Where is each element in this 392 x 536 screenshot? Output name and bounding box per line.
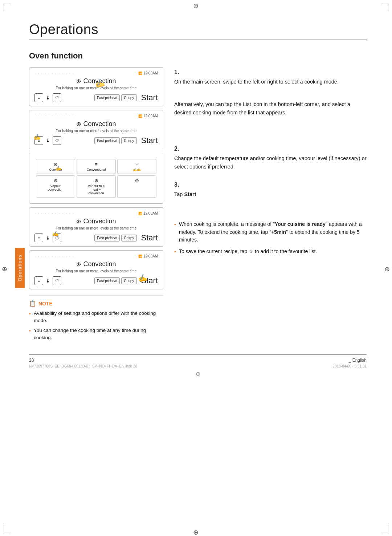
note-text-2: You can change the cooking time at any t… [34, 327, 163, 342]
screen1-bottom: ≡ 🌡 ⏱ Fast preheat Crispy Start [34, 93, 158, 102]
screen2-crispy-btn: Crispy [121, 137, 136, 144]
mode-icon-vapour-heat: ⊛ [94, 178, 98, 183]
screen5-title: ⊛ Convection [34, 260, 158, 268]
screen5-crispy-btn: Crispy [121, 277, 136, 284]
step1-text: On the main screen, swipe to the left or… [174, 78, 367, 86]
screen4-title: ⊛ Convection [34, 218, 158, 225]
screen2-oven-icon: ⊛ [76, 121, 81, 127]
mode-icon-vapour: ⊛ [54, 178, 58, 183]
screen2-wifi-icon: 📶 [138, 114, 142, 118]
screen1-btn-group: Fast preheat Crispy [94, 94, 137, 101]
screen1-list-icon: ≡ [34, 93, 43, 102]
screen2-btn-group: Fast preheat Crispy [94, 137, 137, 144]
screen4-timer-icon: ✍⏱ [53, 234, 61, 242]
step2-number: 2. [174, 146, 367, 152]
page-footer: 28 _ English [29, 354, 367, 363]
screen1-dots: · · · · · · · · · · · · [34, 71, 74, 75]
step-1: 1. On the main screen, swipe to the left… [174, 69, 367, 117]
screen4-start-btn: Start [141, 233, 158, 243]
screen5-subtitle: For baking on one or more levels at the … [34, 269, 158, 273]
screen1-fast-preheat-btn: Fast preheat [94, 94, 120, 101]
screen2-time: 📶 12:00AM [138, 114, 158, 118]
mode-cell-conventional: ≡ Conventional [77, 159, 116, 174]
screen4-subtitle: For baking on one or more levels at the … [34, 226, 158, 230]
note-text-1: Availability of settings and options dif… [34, 310, 163, 325]
screen4-fast-preheat-btn: Fast preheat [94, 235, 120, 241]
mode-cell-vapour-heat: ⊛ Vapour to pheat +convection [77, 175, 116, 198]
right-bullet-2: • To save the current recipe, tap ☆ to a… [174, 248, 367, 256]
mode-icon-conventional: ≡ [95, 162, 98, 167]
rb-text-2: To save the current recipe, tap ☆ to add… [179, 248, 317, 256]
screen4-oven-icon: ⊛ [76, 218, 81, 225]
screen1-top-bar: · · · · · · · · · · · · 📶 12:00AM [34, 71, 158, 75]
center-mark-bottom [193, 528, 199, 534]
screen5-btn-group: Fast preheat Crispy [94, 277, 137, 284]
screen5-list-icon: ≡ [34, 276, 43, 285]
screen2-subtitle: For baking on one or more levels at the … [34, 129, 158, 133]
screen5-bottom: ≡ 🌡 ⏱ Fast preheat Crispy ✍ Start [34, 276, 158, 285]
page-number: 28 [29, 358, 34, 363]
page-title: Operations [29, 22, 367, 37]
note-bullet-1: • [29, 310, 31, 325]
screen4-bottom: ≡ 🌡 ✍⏱ Fast preheat Crispy Start [34, 233, 158, 243]
screen2-flame-icon: 🌡 [45, 138, 50, 143]
rb-bullet-1: • [174, 221, 176, 244]
step-3: 3. Tap Start. [174, 182, 367, 198]
screen1-time: 📶 12:00AM [138, 71, 158, 75]
bottom-bar: ⊕ [29, 368, 367, 377]
screen5-top-bar: · · · · · · · · · · · · 📶 12:00AM [34, 254, 158, 258]
left-column: · · · · · · · · · · · · 📶 12:00AM ⊛ Conv… [29, 67, 163, 344]
screen1-start-btn: Start [141, 93, 158, 102]
screen1-oven-icon: ⊛ [76, 78, 81, 85]
screen2-bottom: ✍≡ 🌡 ⏱ Fast preheat Crispy Start [34, 136, 158, 145]
screen4-wifi-icon: 📶 [138, 212, 142, 215]
mode-icon-empty: ⊛ [135, 178, 139, 183]
screen5-dots: · · · · · · · · · · · · [34, 254, 74, 258]
screen4-crispy-btn: Crispy [121, 235, 136, 241]
note-bullet-2: • [29, 327, 31, 342]
screen-mockup-5: · · · · · · · · · · · · 📶 12:00AM ⊛ Conv… [29, 250, 163, 289]
screen4-top-bar: · · · · · · · · · · · · 📶 12:00AM [34, 211, 158, 215]
rb-bold-2: +5min [271, 229, 286, 235]
screen1-crispy-btn: Crispy [121, 94, 136, 101]
screen5-oven-icon: ⊛ [76, 261, 81, 268]
main-content: · · · · · · · · · · · · 📶 12:00AM ⊛ Conv… [29, 67, 367, 344]
corner-mark-bl [4, 525, 11, 532]
note-label: NOTE [38, 301, 53, 306]
mode-icon-wave: 〰 [135, 162, 139, 167]
screen4-time: 📶 12:00AM [138, 211, 158, 215]
screen2-top-bar: · · · · · · · · · · · · 📶 12:00AM [34, 114, 158, 118]
print-info-right: 2018-04-06 ‹ 5:51:31 [333, 364, 367, 368]
mode-cell-empty: ⊛ [117, 175, 156, 198]
step2-text: Change the default temperature and/or co… [174, 154, 367, 171]
step-2: 2. Change the default temperature and/or… [174, 146, 367, 171]
screen5-start-btn: ✍ Start [141, 276, 158, 285]
screen5-flame-icon: 🌡 [45, 278, 50, 284]
corner-mark-br [381, 525, 388, 532]
section-heading: Oven function [29, 51, 367, 61]
rb-bullet-2: • [174, 248, 176, 256]
title-underline [29, 40, 367, 40]
screen2-fast-preheat-btn: Fast preheat [94, 137, 120, 144]
screen-mockup-1: · · · · · · · · · · · · 📶 12:00AM ⊛ Conv… [29, 67, 163, 106]
mode-grid: ⊛ Conv✍tion ≡ Conventional 〰 ✍✍ ⊛ Vapour… [34, 157, 158, 200]
screen5-time: 📶 12:00AM [138, 254, 158, 258]
rb-bold-1: Your cuisine is ready [275, 221, 326, 227]
screen4-list-icon: ≡ [34, 234, 43, 242]
mode-cell-wave: 〰 ✍✍ [117, 159, 156, 174]
screen4-flame-icon: 🌡 [45, 235, 50, 241]
screen5-wifi-icon: 📶 [138, 255, 142, 258]
step3-number: 3. [174, 182, 367, 188]
step3-text: Tap Start. [174, 190, 367, 198]
screen4-btn-group: Fast preheat Crispy [94, 235, 137, 241]
screen2-list-icon: ✍≡ [34, 136, 43, 145]
screen2-start-btn: Start [141, 136, 158, 145]
screen-mockup-3: ⊛ Conv✍tion ≡ Conventional 〰 ✍✍ ⊛ Vapour… [29, 153, 163, 204]
mode-cell-convection: ⊛ Conv✍tion [36, 159, 75, 174]
step1-subtext: Alternatively, you can tap the List icon… [174, 100, 367, 117]
right-bullets: • When cooking is complete, a message of… [174, 220, 367, 256]
rb-text-1: When cooking is complete, a message of "… [179, 220, 367, 244]
screen1-flame-icon: 🌡 [45, 95, 50, 101]
wifi-icon: 📶 [138, 72, 142, 75]
screen1-title: ⊛ Convection ✍ [34, 77, 158, 85]
